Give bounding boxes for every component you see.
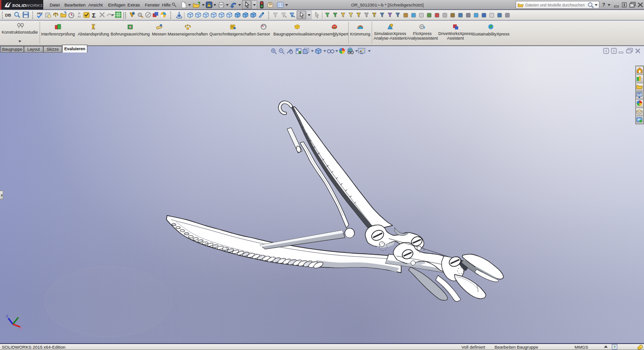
svg-text:Σ: Σ [92, 12, 96, 19]
svg-text:Z: Z [6, 314, 8, 318]
svg-text:SOLID: SOLID [12, 3, 26, 8]
svg-text:WORKS: WORKS [26, 3, 43, 8]
svg-text:X: X [20, 326, 23, 330]
